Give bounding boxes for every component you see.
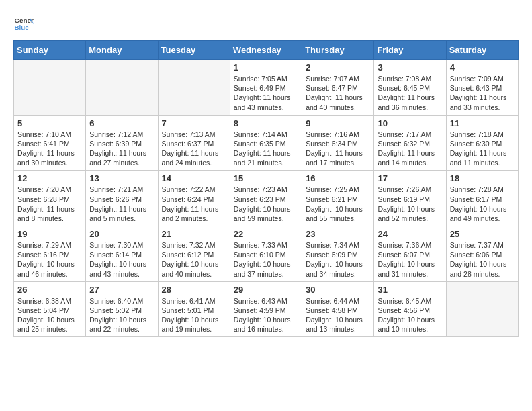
- cell-text: Sunrise: 6:40 AM Sunset: 5:02 PM Dayligh…: [89, 296, 154, 334]
- day-number: 4: [450, 62, 515, 73]
- calendar-cell: 24Sunrise: 7:36 AM Sunset: 6:07 PM Dayli…: [374, 226, 446, 282]
- cell-text: Sunrise: 7:32 AM Sunset: 6:12 PM Dayligh…: [162, 240, 226, 279]
- cell-text: Sunrise: 7:16 AM Sunset: 6:34 PM Dayligh…: [306, 130, 370, 168]
- cell-text: Sunrise: 7:17 AM Sunset: 6:32 PM Dayligh…: [378, 130, 442, 168]
- cell-text: Sunrise: 7:22 AM Sunset: 6:24 PM Dayligh…: [162, 185, 226, 223]
- cell-text: Sunrise: 7:20 AM Sunset: 6:28 PM Dayligh…: [17, 185, 82, 223]
- col-header-sunday: Sunday: [14, 41, 86, 60]
- calendar-cell: 31Sunrise: 6:45 AM Sunset: 4:56 PM Dayli…: [374, 281, 446, 337]
- calendar-cell: 25Sunrise: 7:37 AM Sunset: 6:06 PM Dayli…: [446, 226, 518, 282]
- cell-text: Sunrise: 6:41 AM Sunset: 5:01 PM Dayligh…: [162, 296, 226, 334]
- calendar-cell: 8Sunrise: 7:14 AM Sunset: 6:35 PM Daylig…: [230, 115, 302, 171]
- col-header-tuesday: Tuesday: [158, 41, 230, 60]
- calendar-week-row: 5Sunrise: 7:10 AM Sunset: 6:41 PM Daylig…: [14, 115, 519, 171]
- day-number: 13: [89, 173, 154, 183]
- day-number: 7: [162, 118, 226, 128]
- cell-text: Sunrise: 7:25 AM Sunset: 6:21 PM Dayligh…: [306, 185, 370, 223]
- calendar-cell: 6Sunrise: 7:12 AM Sunset: 6:39 PM Daylig…: [86, 115, 158, 171]
- calendar-week-row: 19Sunrise: 7:29 AM Sunset: 6:16 PM Dayli…: [14, 226, 519, 282]
- day-number: 1: [234, 62, 298, 73]
- day-number: 29: [234, 285, 298, 295]
- logo-icon: General Blue: [13, 13, 34, 34]
- calendar-cell: 23Sunrise: 7:34 AM Sunset: 6:09 PM Dayli…: [302, 226, 374, 282]
- calendar-cell: 10Sunrise: 7:17 AM Sunset: 6:32 PM Dayli…: [374, 115, 446, 171]
- calendar-cell: 16Sunrise: 7:25 AM Sunset: 6:21 PM Dayli…: [302, 171, 374, 226]
- calendar-cell: 14Sunrise: 7:22 AM Sunset: 6:24 PM Dayli…: [158, 171, 230, 226]
- cell-text: Sunrise: 7:09 AM Sunset: 6:43 PM Dayligh…: [450, 74, 515, 112]
- cell-text: Sunrise: 7:21 AM Sunset: 6:26 PM Dayligh…: [89, 185, 154, 223]
- calendar-cell: 15Sunrise: 7:23 AM Sunset: 6:23 PM Dayli…: [230, 171, 302, 226]
- day-number: 8: [234, 118, 298, 128]
- day-number: 18: [450, 173, 515, 183]
- cell-text: Sunrise: 7:23 AM Sunset: 6:23 PM Dayligh…: [234, 185, 298, 223]
- col-header-saturday: Saturday: [446, 41, 518, 60]
- calendar-cell: 1Sunrise: 7:05 AM Sunset: 6:49 PM Daylig…: [230, 60, 302, 116]
- col-header-wednesday: Wednesday: [230, 41, 302, 60]
- day-number: 26: [17, 285, 82, 295]
- cell-text: Sunrise: 7:37 AM Sunset: 6:06 PM Dayligh…: [450, 240, 515, 279]
- day-number: 20: [89, 229, 154, 239]
- cell-text: Sunrise: 7:36 AM Sunset: 6:07 PM Dayligh…: [378, 240, 442, 279]
- calendar-cell: 11Sunrise: 7:18 AM Sunset: 6:30 PM Dayli…: [446, 115, 518, 171]
- cell-text: Sunrise: 7:30 AM Sunset: 6:14 PM Dayligh…: [89, 240, 154, 279]
- calendar-cell: 22Sunrise: 7:33 AM Sunset: 6:10 PM Dayli…: [230, 226, 302, 282]
- calendar-cell: 30Sunrise: 6:44 AM Sunset: 4:58 PM Dayli…: [302, 281, 374, 337]
- day-number: 19: [17, 229, 82, 239]
- calendar-cell: 17Sunrise: 7:26 AM Sunset: 6:19 PM Dayli…: [374, 171, 446, 226]
- col-header-thursday: Thursday: [302, 41, 374, 60]
- day-number: 27: [89, 285, 154, 295]
- cell-text: Sunrise: 7:33 AM Sunset: 6:10 PM Dayligh…: [234, 240, 298, 279]
- cell-text: Sunrise: 7:05 AM Sunset: 6:49 PM Dayligh…: [234, 74, 298, 112]
- calendar-cell: [14, 60, 86, 116]
- calendar-cell: [446, 281, 518, 337]
- day-number: 9: [306, 118, 370, 128]
- col-header-friday: Friday: [374, 41, 446, 60]
- day-number: 16: [306, 173, 370, 183]
- calendar-cell: 5Sunrise: 7:10 AM Sunset: 6:41 PM Daylig…: [14, 115, 86, 171]
- col-header-monday: Monday: [86, 41, 158, 60]
- cell-text: Sunrise: 7:14 AM Sunset: 6:35 PM Dayligh…: [234, 130, 298, 168]
- cell-text: Sunrise: 7:34 AM Sunset: 6:09 PM Dayligh…: [306, 240, 370, 279]
- calendar-cell: 7Sunrise: 7:13 AM Sunset: 6:37 PM Daylig…: [158, 115, 230, 171]
- page-header: General Blue: [13, 13, 519, 34]
- calendar-cell: 28Sunrise: 6:41 AM Sunset: 5:01 PM Dayli…: [158, 281, 230, 337]
- calendar-cell: 29Sunrise: 6:43 AM Sunset: 4:59 PM Dayli…: [230, 281, 302, 337]
- day-number: 23: [306, 229, 370, 239]
- calendar-cell: 26Sunrise: 6:38 AM Sunset: 5:04 PM Dayli…: [14, 281, 86, 337]
- cell-text: Sunrise: 7:29 AM Sunset: 6:16 PM Dayligh…: [17, 240, 82, 279]
- calendar-cell: 13Sunrise: 7:21 AM Sunset: 6:26 PM Dayli…: [86, 171, 158, 226]
- calendar-cell: 18Sunrise: 7:28 AM Sunset: 6:17 PM Dayli…: [446, 171, 518, 226]
- day-number: 15: [234, 173, 298, 183]
- calendar-cell: 2Sunrise: 7:07 AM Sunset: 6:47 PM Daylig…: [302, 60, 374, 116]
- cell-text: Sunrise: 6:45 AM Sunset: 4:56 PM Dayligh…: [378, 296, 442, 334]
- day-number: 12: [17, 173, 82, 183]
- day-number: 11: [450, 118, 515, 128]
- cell-text: Sunrise: 7:07 AM Sunset: 6:47 PM Dayligh…: [306, 74, 370, 112]
- cell-text: Sunrise: 6:43 AM Sunset: 4:59 PM Dayligh…: [234, 296, 298, 334]
- day-number: 2: [306, 62, 370, 73]
- day-number: 5: [17, 118, 82, 128]
- calendar-cell: 19Sunrise: 7:29 AM Sunset: 6:16 PM Dayli…: [14, 226, 86, 282]
- cell-text: Sunrise: 7:28 AM Sunset: 6:17 PM Dayligh…: [450, 185, 515, 223]
- calendar-week-row: 12Sunrise: 7:20 AM Sunset: 6:28 PM Dayli…: [14, 171, 519, 226]
- calendar-cell: 27Sunrise: 6:40 AM Sunset: 5:02 PM Dayli…: [86, 281, 158, 337]
- svg-text:Blue: Blue: [15, 24, 30, 31]
- day-number: 17: [378, 173, 442, 183]
- calendar-header-row: SundayMondayTuesdayWednesdayThursdayFrid…: [14, 41, 519, 60]
- day-number: 31: [378, 285, 442, 295]
- calendar-week-row: 1Sunrise: 7:05 AM Sunset: 6:49 PM Daylig…: [14, 60, 519, 116]
- cell-text: Sunrise: 7:26 AM Sunset: 6:19 PM Dayligh…: [378, 185, 442, 223]
- day-number: 24: [378, 229, 442, 239]
- cell-text: Sunrise: 7:10 AM Sunset: 6:41 PM Dayligh…: [17, 130, 82, 168]
- day-number: 30: [306, 285, 370, 295]
- cell-text: Sunrise: 7:12 AM Sunset: 6:39 PM Dayligh…: [89, 130, 154, 168]
- cell-text: Sunrise: 6:38 AM Sunset: 5:04 PM Dayligh…: [17, 296, 82, 334]
- cell-text: Sunrise: 7:13 AM Sunset: 6:37 PM Dayligh…: [162, 130, 226, 168]
- day-number: 28: [162, 285, 226, 295]
- calendar-cell: 3Sunrise: 7:08 AM Sunset: 6:45 PM Daylig…: [374, 60, 446, 116]
- day-number: 22: [234, 229, 298, 239]
- cell-text: Sunrise: 7:08 AM Sunset: 6:45 PM Dayligh…: [378, 74, 442, 112]
- day-number: 21: [162, 229, 226, 239]
- calendar-cell: [86, 60, 158, 116]
- logo: General Blue: [13, 13, 34, 34]
